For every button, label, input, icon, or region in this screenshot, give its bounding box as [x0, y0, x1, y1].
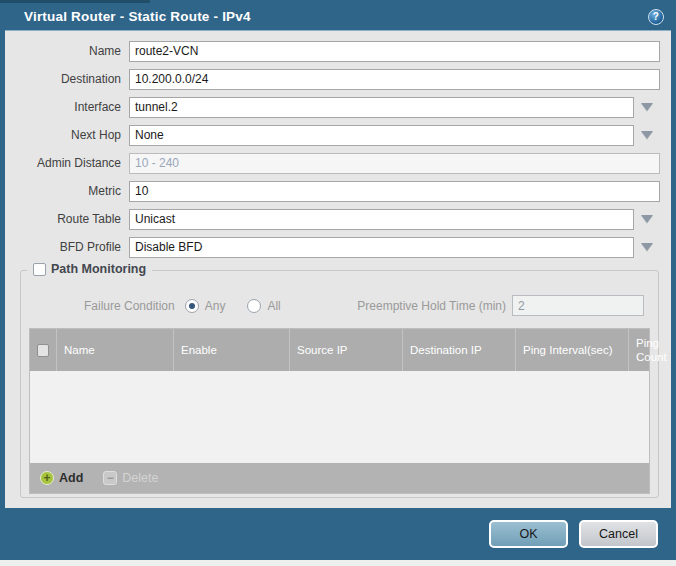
form-row-bfd-profile: BFD Profile [5, 236, 671, 258]
path-monitoring-checkbox[interactable] [33, 263, 46, 276]
delete-button-label: Delete [122, 471, 158, 485]
column-header-ping-interval[interactable]: Ping Interval(sec) [516, 329, 629, 371]
next-hop-dropdown [129, 125, 660, 146]
column-header-source-ip[interactable]: Source IP [290, 329, 403, 371]
chevron-down-icon [641, 215, 653, 223]
table-toolbar: + Add − Delete [30, 463, 649, 493]
column-header-destination-ip[interactable]: Destination IP [403, 329, 516, 371]
table-header-row: Name Enable Source IP Destination IP Pin… [30, 329, 649, 371]
route-table-input[interactable] [129, 209, 634, 230]
table-header-checkbox-cell [30, 329, 57, 371]
next-hop-dropdown-button[interactable] [634, 125, 660, 146]
radio-option-all[interactable]: All [247, 299, 280, 313]
add-button[interactable]: + Add [40, 471, 83, 485]
form-row-name: Name [5, 40, 671, 62]
dialog-title: Virtual Router - Static Route - IPv4 [24, 9, 648, 24]
interface-label: Interface [5, 100, 129, 114]
bfd-profile-label: BFD Profile [5, 240, 129, 254]
bfd-profile-dropdown-button[interactable] [634, 237, 660, 258]
column-header-name[interactable]: Name [57, 329, 174, 371]
destination-input[interactable] [129, 69, 660, 90]
add-button-label: Add [59, 471, 83, 485]
chevron-down-icon [641, 103, 653, 111]
failure-condition-row: Failure Condition Any All Preemptive Hol… [29, 295, 650, 316]
next-hop-label: Next Hop [5, 128, 129, 142]
route-table-label: Route Table [5, 212, 129, 226]
dialog-content: Name Destination Interface Next Hop [5, 30, 671, 508]
metric-label: Metric [5, 184, 129, 198]
column-header-ping-count[interactable]: Ping Count [629, 329, 674, 371]
bfd-profile-input[interactable] [129, 237, 634, 258]
route-table-dropdown-button[interactable] [634, 209, 660, 230]
delete-minus-icon: − [103, 471, 117, 485]
name-label: Name [5, 44, 129, 58]
form-row-next-hop: Next Hop [5, 124, 671, 146]
path-monitoring-legend: Path Monitoring [27, 262, 152, 276]
form-row-destination: Destination [5, 68, 671, 90]
form-row-admin-distance: Admin Distance [5, 152, 671, 174]
name-input[interactable] [129, 41, 660, 62]
failure-condition-label: Failure Condition [84, 299, 175, 313]
add-plus-icon: + [40, 471, 54, 485]
delete-button[interactable]: − Delete [103, 471, 158, 485]
radio-all-icon[interactable] [247, 299, 261, 313]
select-all-checkbox[interactable] [37, 344, 49, 357]
destination-label: Destination [5, 72, 129, 86]
radio-option-any[interactable]: Any [185, 299, 226, 313]
ok-button[interactable]: OK [489, 520, 568, 548]
bfd-profile-dropdown [129, 237, 660, 258]
radio-all-label: All [267, 299, 280, 313]
admin-distance-label: Admin Distance [5, 156, 129, 170]
dialog-titlebar: Virtual Router - Static Route - IPv4 ? [0, 3, 676, 30]
interface-dropdown [129, 97, 660, 118]
form-row-route-table: Route Table [5, 208, 671, 230]
preemptive-hold-time-label: Preemptive Hold Time (min) [357, 299, 506, 313]
form-row-interface: Interface [5, 96, 671, 118]
cancel-button[interactable]: Cancel [579, 520, 658, 548]
form-row-metric: Metric [5, 180, 671, 202]
failure-condition-radio-group: Any All [185, 299, 281, 313]
interface-input[interactable] [129, 97, 634, 118]
radio-any-label: Any [205, 299, 226, 313]
page-background-strip [0, 560, 676, 566]
admin-distance-input[interactable] [129, 153, 660, 174]
metric-input[interactable] [129, 181, 660, 202]
next-hop-input[interactable] [129, 125, 634, 146]
column-header-enable[interactable]: Enable [174, 329, 290, 371]
route-table-dropdown [129, 209, 660, 230]
chevron-down-icon [641, 243, 653, 251]
chevron-down-icon [641, 131, 653, 139]
table-body-empty [30, 371, 649, 463]
dialog-window: Virtual Router - Static Route - IPv4 ? N… [0, 0, 676, 560]
interface-dropdown-button[interactable] [634, 97, 660, 118]
radio-any-icon[interactable] [185, 299, 199, 313]
dialog-footer: OK Cancel [0, 508, 676, 560]
path-monitoring-section: Path Monitoring Failure Condition Any Al… [20, 270, 659, 498]
static-route-form: Name Destination Interface Next Hop [5, 31, 671, 258]
path-monitoring-label: Path Monitoring [51, 262, 146, 276]
preemptive-hold-time-input[interactable] [512, 295, 644, 316]
path-monitoring-table: Name Enable Source IP Destination IP Pin… [29, 328, 650, 494]
help-icon[interactable]: ? [648, 9, 664, 25]
